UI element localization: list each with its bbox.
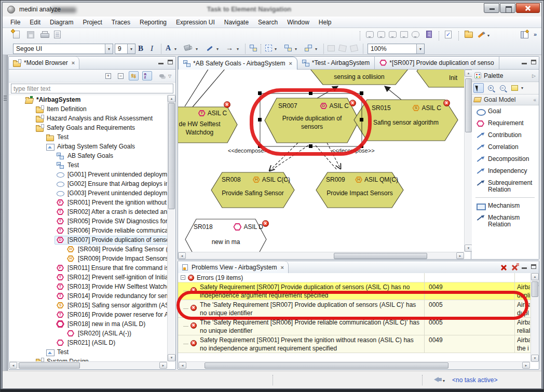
note-tool-dropdown[interactable]: ▾ — [521, 86, 523, 90]
menu-item[interactable]: Expression UI — [171, 18, 220, 27]
tree-item[interactable]: T [SR002] After a crash is detected and … — [9, 207, 168, 217]
font-size-combo[interactable]: 9▾ — [115, 44, 135, 54]
goal-node-sensing-shape[interactable] — [310, 70, 409, 85]
font-family-dropdown[interactable]: ▾ — [105, 44, 113, 53]
problem-row[interactable]: × The 'Safety Requirement [SR006] Provid… — [178, 318, 531, 335]
tree-item[interactable]: F [SR001] Prevent the ignition without r… — [9, 198, 168, 207]
view-menu-icon[interactable]: ▽ — [166, 71, 173, 80]
zoom-in-tool[interactable]: + — [485, 83, 496, 93]
print-button[interactable] — [40, 31, 48, 38]
collapse-all-button[interactable]: − — [116, 71, 126, 80]
font-color-button[interactable]: A — [166, 44, 171, 52]
scroll-up-arrow[interactable]: ▲ — [531, 273, 539, 280]
menu-item[interactable]: Diagram — [45, 18, 78, 27]
highlighter-button[interactable] — [478, 31, 485, 38]
filters-button[interactable] — [157, 71, 167, 80]
req-node-sr009-shape[interactable] — [316, 172, 403, 208]
req-node-watchdog-shape[interactable] — [178, 107, 237, 143]
new-diagram-button[interactable] — [13, 31, 20, 38]
tree-item[interactable]: T [SR006] Provide reliable communicatic — [9, 226, 168, 235]
close-view-icon[interactable]: × — [280, 264, 284, 271]
tree-vertical-scrollbar[interactable]: ▲ ▼ — [167, 95, 175, 361]
palette-item[interactable]: Mechanism — [471, 200, 539, 212]
diagram-canvas[interactable]: sensing a collision Init T ASIL C de HW … — [178, 70, 472, 259]
scroll-right-arrow[interactable]: ► — [522, 362, 530, 369]
problems-horizontal-scrollbar[interactable]: ◄ ► — [179, 361, 530, 369]
highlighter-dropdown[interactable]: ▾ — [487, 33, 489, 38]
fast-view-bar[interactable] — [3, 55, 8, 371]
problem-row[interactable]: × Safety Requirement [SR001] Prevent the… — [178, 335, 531, 353]
tree-item[interactable]: T [SR014] Provide redundancy for sensin — [9, 291, 168, 301]
menu-item[interactable]: Project — [78, 18, 106, 27]
menu-item[interactable]: Traces — [107, 18, 135, 27]
font-color-dropdown[interactable]: ▾ — [174, 47, 176, 51]
fill-color-dropdown[interactable]: ▾ — [196, 47, 198, 51]
drawer-pin-icon[interactable]: « — [533, 97, 536, 103]
menu-item[interactable]: File — [6, 18, 25, 27]
tree-horizontal-scrollbar[interactable]: ◄ ► — [9, 361, 167, 369]
documentation-icon[interactable] — [426, 31, 432, 38]
tree-item[interactable]: H [SR008] Provide Safing Sensor (ASIL — [9, 245, 168, 254]
save-button[interactable] — [27, 31, 34, 38]
delete-all-markers-button[interactable] — [511, 264, 518, 271]
arrow-style-dropdown[interactable]: ▾ — [237, 47, 239, 51]
bold-button[interactable]: B — [138, 44, 143, 53]
layout-button[interactable] — [284, 45, 292, 51]
perspective-icon[interactable] — [521, 31, 528, 38]
menu-item[interactable]: Edit — [25, 18, 45, 27]
arrow-style-button[interactable]: → — [226, 44, 233, 52]
tree-item[interactable]: H [SR009] Provide Impact Sensors (AS — [9, 254, 168, 263]
tree-item[interactable]: AB Safety Goals — [9, 151, 168, 160]
tree-item[interactable]: Safety Goals and Requirements — [9, 123, 168, 132]
zoom-combo[interactable]: 100%▾ — [368, 44, 425, 54]
task-check-button[interactable]: ✓ — [445, 31, 452, 38]
link-with-editor-button[interactable]: ⇆ — [129, 71, 139, 80]
palette-item[interactable]: Mechanism Relation — [471, 212, 539, 230]
tree-item[interactable]: [SR020] (ASIL A(-)) — [9, 329, 168, 338]
comment-group-icon[interactable] — [377, 31, 385, 38]
tree-item[interactable]: Test — [9, 160, 168, 170]
menu-item[interactable]: Search — [253, 18, 282, 27]
fill-color-button[interactable] — [184, 45, 191, 50]
comment-icon[interactable] — [366, 31, 374, 38]
tree-item[interactable]: Item Definition — [9, 104, 168, 114]
scroll-left-arrow[interactable]: ◄ — [9, 362, 17, 369]
palette-collapse-icon[interactable]: ▷ — [532, 73, 536, 78]
comment-reply-icon[interactable] — [389, 31, 397, 38]
expand-all-button[interactable]: + — [103, 71, 113, 80]
menu-item[interactable]: Reporting — [135, 18, 171, 27]
maximize-editor-icon[interactable] — [531, 60, 536, 64]
close-view-icon[interactable]: × — [71, 60, 75, 66]
select-mode-dropdown[interactable]: ▾ — [275, 47, 277, 51]
canvas-vertical-scrollbar[interactable]: ▲ ▼ — [464, 70, 472, 252]
font-family-combo[interactable]: Segoe UI▾ — [13, 44, 113, 54]
delete-marker-button[interactable] — [500, 264, 507, 271]
editor-tab-test[interactable]: *Test - AirbagSystem — [297, 56, 375, 69]
scroll-left-arrow[interactable]: ◄ — [179, 362, 186, 369]
error-group-row[interactable]: − × Errors (19 items) — [178, 273, 531, 282]
tree-item[interactable]: D [SR007] Provide duplication of sensors — [9, 235, 168, 245]
req-node-sr018-shape[interactable] — [185, 219, 266, 253]
tree-item[interactable]: Hazard Analysis and Risk Assessment — [9, 114, 168, 123]
relation-edge[interactable] — [185, 70, 209, 106]
maximize-view-icon[interactable] — [531, 264, 536, 269]
tree-item[interactable]: T [SR005] Provide SW Diagnostics for AC — [9, 217, 168, 226]
palette-item[interactable]: Subrequirement Relation — [471, 177, 539, 195]
palette-item[interactable]: Independency — [471, 165, 539, 177]
tree-item[interactable]: S [SR015] Safing sensor algorithm (ASIL … — [9, 301, 168, 310]
perspective-overflow-chevron[interactable]: » — [534, 31, 537, 37]
tree-item[interactable]: Test — [9, 347, 168, 357]
palette-item[interactable]: Requirement — [471, 117, 539, 129]
palette-item[interactable]: Decomposition — [471, 153, 539, 165]
scroll-down-arrow[interactable]: ▼ — [465, 245, 472, 252]
tree-item[interactable]: [G001] Prevent unintended deploymer — [9, 170, 168, 179]
tree-item[interactable]: T [SR012] Prevent self-ignition of Initi… — [9, 273, 168, 282]
palette-item[interactable]: Correlation — [471, 141, 539, 153]
subrequirement-edge-sr015[interactable] — [385, 86, 401, 100]
zoom-out-tool[interactable]: − — [497, 83, 508, 93]
tree-item[interactable]: T [SR013] Provide HW Selftest Watchdog — [9, 282, 168, 291]
palette-item[interactable]: Contribution — [471, 129, 539, 141]
tree-item[interactable]: [G003] Prevent unintended deploymer — [9, 188, 168, 198]
scroll-right-arrow[interactable]: ► — [456, 252, 464, 259]
tree-item[interactable]: Test — [9, 132, 168, 142]
